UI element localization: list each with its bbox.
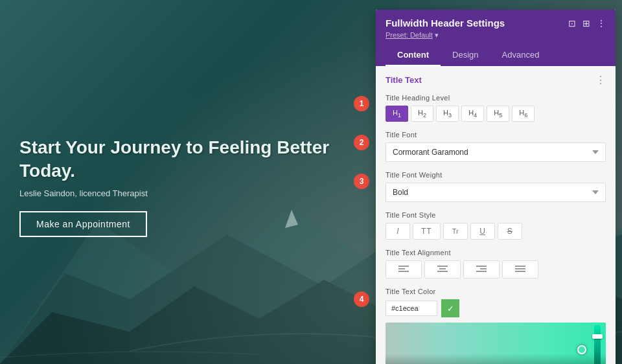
tab-advanced[interactable]: Advanced <box>490 45 551 66</box>
title-font-group: Title Font Cormorant Garamond <box>386 131 606 162</box>
tab-design[interactable]: Design <box>441 45 490 66</box>
align-justify-button[interactable] <box>502 260 538 279</box>
heading-h1-button[interactable]: H1 <box>386 106 408 122</box>
heading-h2-button[interactable]: H2 <box>411 106 433 122</box>
step-badge-2: 2 <box>354 135 369 150</box>
font-select[interactable]: Cormorant Garamond <box>386 142 606 162</box>
align-center-button[interactable] <box>424 260 461 279</box>
style-tr-button[interactable]: Tr <box>443 223 468 240</box>
text-alignment-label: Title Text Alignment <box>386 249 606 256</box>
step-badge-3: 3 <box>354 174 369 189</box>
title-heading-level-group: Title Heading Level H1 H2 H3 H4 H5 H6 <box>386 94 606 122</box>
heading-h5-button[interactable]: H5 <box>487 106 509 122</box>
color-check-button[interactable]: ✓ <box>441 299 459 317</box>
panel-body: Title Text ⋮ Title Heading Level H1 H2 H… <box>376 66 616 364</box>
heading-buttons: H1 H2 H3 H4 H5 H6 <box>386 106 606 122</box>
align-right-button[interactable] <box>463 260 500 279</box>
title-text-alignment-group: Title Text Alignment <box>386 249 606 279</box>
color-picker-container[interactable] <box>386 323 606 364</box>
style-tt-button[interactable]: TT <box>413 223 441 240</box>
style-strikethrough-button[interactable]: S <box>498 223 522 240</box>
color-input-row: ✓ <box>386 299 606 317</box>
step-badge-1: 1 <box>354 96 369 111</box>
title-font-weight-group: Title Font Weight Bold Normal Light <box>386 171 606 202</box>
color-slider[interactable] <box>594 325 601 364</box>
section-header: Title Text ⋮ <box>386 74 606 86</box>
font-weight-select[interactable]: Bold Normal Light <box>386 183 606 202</box>
heading-level-label: Title Heading Level <box>386 94 606 102</box>
color-hex-input[interactable] <box>386 301 437 316</box>
grid-icon[interactable]: ⊞ <box>582 18 590 28</box>
hero-subtitle: Leslie Saindon, licenced Therapist <box>19 188 369 198</box>
step-badge-4: 4 <box>354 291 369 307</box>
appointment-button[interactable]: Make an Appointment <box>19 211 147 237</box>
more-icon[interactable]: ⋮ <box>597 18 606 28</box>
hero-content: Start Your Journey to Feeling Better Tod… <box>19 136 369 237</box>
panel-header-top: Fullwidth Header Settings ⊡ ⊞ ⋮ <box>386 17 606 28</box>
panel-preset: Preset: Default ▾ <box>386 31 606 40</box>
align-buttons <box>386 260 606 279</box>
panel-tabs: Content Design Advanced <box>386 45 606 66</box>
title-text-color-group: Title Text Color ✓ <box>386 288 606 364</box>
panel-header-icons: ⊡ ⊞ ⋮ <box>568 18 606 28</box>
panel-header: Fullwidth Header Settings ⊡ ⊞ ⋮ Preset: … <box>376 10 616 66</box>
heading-h4-button[interactable]: H4 <box>461 106 484 122</box>
color-gradient-dark <box>386 323 606 364</box>
text-color-label: Title Text Color <box>386 288 606 295</box>
section-title: Title Text <box>386 75 422 85</box>
settings-panel: Fullwidth Header Settings ⊡ ⊞ ⋮ Preset: … <box>376 10 616 364</box>
style-underline-button[interactable]: U <box>470 223 495 240</box>
style-italic-button[interactable]: I <box>386 223 410 240</box>
hero-title: Start Your Journey to Feeling Better Tod… <box>19 136 369 183</box>
font-style-label: Title Font Style <box>386 211 606 219</box>
color-slider-handle[interactable] <box>592 334 603 339</box>
heading-h6-button[interactable]: H6 <box>512 106 535 122</box>
panel-title: Fullwidth Header Settings <box>386 17 505 28</box>
style-buttons: I TT Tr U S <box>386 223 606 240</box>
tab-content[interactable]: Content <box>386 45 441 66</box>
title-font-style-group: Title Font Style I TT Tr U S <box>386 211 606 240</box>
font-weight-label: Title Font Weight <box>386 171 606 179</box>
heading-h3-button[interactable]: H3 <box>436 106 459 122</box>
minimize-icon[interactable]: ⊡ <box>568 18 576 28</box>
font-label: Title Font <box>386 131 606 139</box>
align-left-button[interactable] <box>386 260 422 279</box>
preset-label[interactable]: Preset: Default <box>386 31 433 39</box>
section-menu-icon[interactable]: ⋮ <box>595 74 606 86</box>
